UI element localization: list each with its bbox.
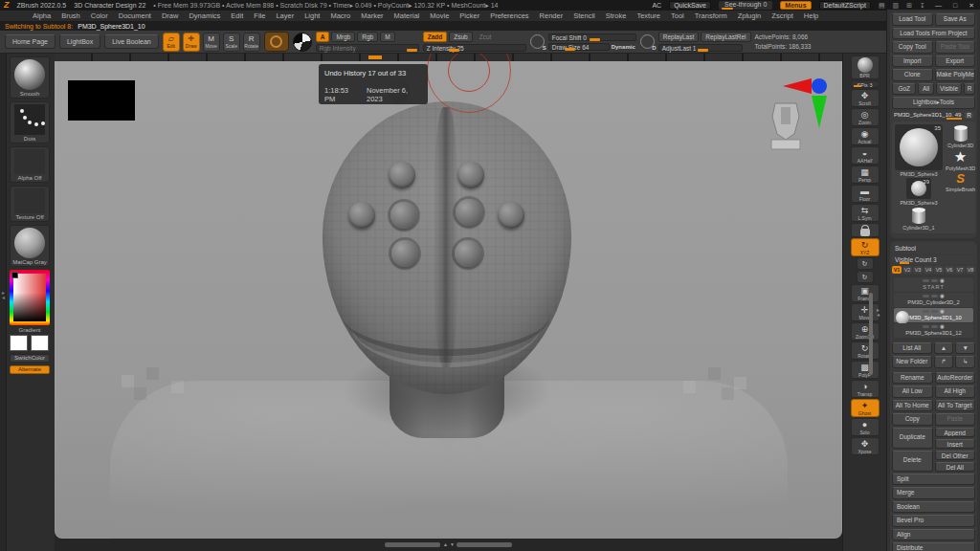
menu-item[interactable]: Movie <box>430 11 449 20</box>
subtool-op-button[interactable]: Boolean <box>892 501 975 514</box>
ui-palette-icon[interactable]: ▥ <box>893 2 900 10</box>
export-button[interactable]: Export <box>935 55 976 68</box>
subtool-section-header[interactable]: Subtool <box>892 243 975 253</box>
focal-shift-slider[interactable]: Focal Shift 0 <box>548 33 636 41</box>
subtool-op-button[interactable]: Align <box>892 529 975 541</box>
subtool-view-tab[interactable]: V1 <box>892 266 902 274</box>
delete-button[interactable]: Delete <box>892 451 933 472</box>
scroll-down-icon[interactable]: ▼ <box>450 542 454 547</box>
subtool-row[interactable]: ◉ START <box>894 277 973 292</box>
current-material-thumbnail[interactable]: MatCap Gray <box>10 225 50 267</box>
rotate-y-button[interactable]: ↻ <box>857 257 874 270</box>
current-stroke-thumbnail[interactable]: Dots <box>10 101 50 143</box>
rotate-camera-button[interactable]: ↻ Rotate <box>851 342 880 360</box>
left-tray-divider[interactable]: ►◄ <box>0 54 7 551</box>
menu-item[interactable]: Layer <box>276 11 294 20</box>
menu-item[interactable]: Color <box>91 11 108 20</box>
copy-tool-button[interactable]: Copy Tool <box>892 41 933 54</box>
menu-item[interactable]: Stroke <box>606 11 627 20</box>
menu-item[interactable]: Material <box>394 11 420 20</box>
visible-count-slider[interactable]: Visible Count 3 <box>892 255 975 264</box>
eye-icon[interactable]: ◉ <box>940 324 945 329</box>
polymesh3d-star-icon[interactable]: ★ <box>954 149 967 165</box>
subtool-op-button[interactable]: Split <box>892 474 975 486</box>
subtool-view-tab[interactable]: V6 <box>945 266 954 274</box>
goz-all-button[interactable]: All <box>918 83 933 96</box>
move-mode-button[interactable]: M Move <box>203 33 220 52</box>
horizontal-scrollbar-left[interactable] <box>385 542 440 547</box>
m-toggle[interactable]: M <box>380 32 394 42</box>
rotate-z-button[interactable]: ↻ <box>857 271 874 283</box>
del-all-button[interactable]: Del All <box>935 462 976 472</box>
frame-button[interactable]: ▣ Frame <box>851 284 880 302</box>
autoclaim-toggle[interactable]: AC <box>652 2 661 9</box>
menu-item[interactable]: File <box>254 11 265 20</box>
eye-icon[interactable]: ◉ <box>940 294 945 298</box>
lightbox-button[interactable]: LightBox <box>59 34 100 49</box>
move-camera-button[interactable]: ✛ Move <box>851 303 880 321</box>
scale-mode-button[interactable]: S Scale <box>223 33 240 52</box>
scroll-up-icon[interactable]: ▲ <box>443 542 447 547</box>
lock-camera-button[interactable] <box>851 223 880 237</box>
move-subtool-up-button[interactable]: ▲ <box>934 342 954 355</box>
menu-item[interactable]: Brush <box>61 11 80 20</box>
rotate-mode-button[interactable]: R Rotate <box>243 33 260 52</box>
switch-color-button[interactable]: SwitchColor <box>10 354 50 363</box>
subtool-view-tab[interactable]: V4 <box>924 266 933 274</box>
subtool-view-tab[interactable]: V3 <box>913 266 923 274</box>
draw-size-slider[interactable]: Draw Size 64 <box>548 43 610 51</box>
z-intensity-slider[interactable]: Z Intensity 25 <box>423 44 526 52</box>
menus-button[interactable]: Menus <box>780 1 811 10</box>
subtool-row[interactable]: ◉ PM3D_Sphere3D1_12 <box>894 323 973 338</box>
dynamic-toggle[interactable]: Dynamic <box>612 44 635 50</box>
menu-item[interactable]: Stencil <box>573 11 595 20</box>
new-folder-button[interactable]: New Folder <box>892 356 932 368</box>
paste-subtool-button[interactable]: Paste <box>935 413 976 426</box>
current-brush-thumbnail[interactable]: Smooth <box>10 56 50 99</box>
menu-item[interactable]: Document <box>119 11 151 20</box>
autoreorder-button[interactable]: AutoReorder <box>935 372 976 385</box>
ui-store-icon[interactable]: ↧ <box>920 2 925 10</box>
current-material-button[interactable] <box>293 33 312 52</box>
saturation-value-square[interactable] <box>13 274 46 321</box>
actual-size-button[interactable]: ◉ Actual <box>851 127 880 145</box>
load-tool-button[interactable]: Load Tool <box>892 13 933 26</box>
del-other-button[interactable]: Del Other <box>935 451 976 460</box>
document-canvas[interactable]: Undo History 17 out of 33 1:18:53 PM Nov… <box>55 54 842 539</box>
menu-item[interactable]: Help <box>804 11 818 20</box>
rotate-xyz-button[interactable]: ↻ XYZ <box>851 238 880 256</box>
secondary-color-swatch[interactable] <box>31 335 49 351</box>
tool-r-button[interactable]: R <box>965 112 973 119</box>
minimize-button[interactable]: — <box>933 2 944 9</box>
paste-tool-button[interactable]: Paste Tool <box>935 41 976 54</box>
goz-visible-button[interactable]: Visible <box>936 83 963 96</box>
active-tool-thumbnail[interactable]: 35 <box>895 124 943 170</box>
main-color-swatch[interactable] <box>10 335 28 351</box>
menu-item[interactable]: Transform <box>695 11 727 20</box>
camera-view-head-icon[interactable] <box>768 99 804 151</box>
insert-button[interactable]: Insert <box>935 439 976 449</box>
menu-item[interactable]: Texture <box>636 11 660 20</box>
subtool-view-tab[interactable]: V7 <box>955 266 965 274</box>
folder-action2-icon[interactable]: ↳ <box>955 356 975 368</box>
menu-item[interactable]: Marker <box>361 11 383 20</box>
scroll-button[interactable]: ✥ Scroll <box>851 89 880 107</box>
zoom3d-button[interactable]: ⊕ Zoom3D <box>851 322 880 341</box>
goz-r-button[interactable]: R <box>964 83 975 96</box>
move-subtool-down-button[interactable]: ▼ <box>955 342 975 355</box>
menu-item[interactable]: Alpha <box>33 11 51 20</box>
ui-layout-icon[interactable]: ▤ <box>879 2 885 10</box>
copy-subtool-button[interactable]: Copy <box>892 413 933 426</box>
subtool-view-tab[interactable]: V8 <box>966 266 975 274</box>
rename-button[interactable]: Rename <box>892 372 933 385</box>
lightbox-tools-button[interactable]: Lightbox▸Tools <box>892 97 975 109</box>
all-high-button[interactable]: All High <box>935 386 976 398</box>
home-page-button[interactable]: Home Page <box>5 34 56 49</box>
polyframe-button[interactable]: ▩ PolyF <box>851 361 880 379</box>
solo-button[interactable]: ● Solo <box>851 418 880 436</box>
list-all-button[interactable]: List All <box>892 342 932 355</box>
replay-last-button[interactable]: ReplayLast <box>658 32 700 42</box>
tray-collapse-arrows-icon[interactable]: ►◄ <box>1 291 6 300</box>
subtool-view-tab[interactable]: V2 <box>902 266 912 274</box>
menu-item[interactable]: Dynamics <box>189 11 220 20</box>
